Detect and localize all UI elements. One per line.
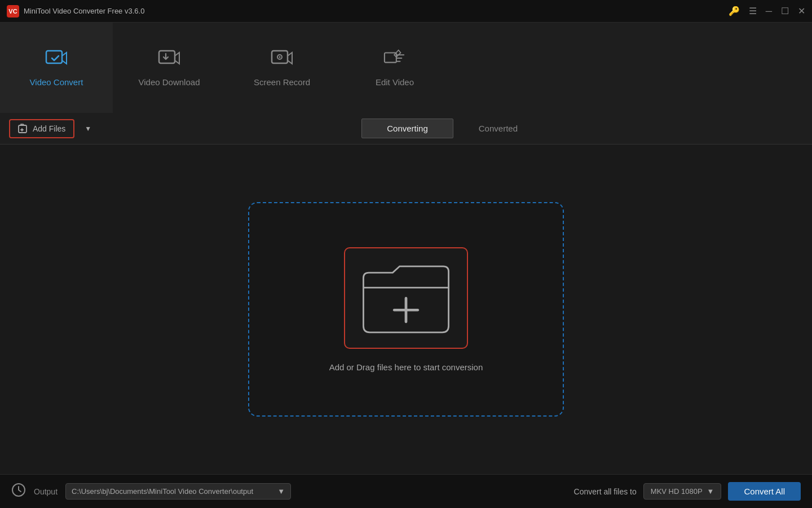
tab-screen-record[interactable]: Screen Record xyxy=(226,23,338,113)
output-label: Output xyxy=(34,487,58,496)
format-selector[interactable]: MKV HD 1080P ▼ xyxy=(643,483,722,500)
format-dropdown-arrow: ▼ xyxy=(707,487,714,496)
tab-screen-record-label: Screen Record xyxy=(254,77,310,87)
edit-video-icon xyxy=(383,48,406,72)
menu-icon[interactable]: ☰ xyxy=(749,6,757,16)
close-button[interactable]: ✕ xyxy=(798,6,805,16)
output-path-dropdown-arrow: ▼ xyxy=(277,487,285,496)
drop-hint-text: Add or Drag files here to start conversi… xyxy=(329,362,483,372)
svg-rect-6 xyxy=(19,125,27,133)
sub-tabs: Converting Converted xyxy=(361,119,543,138)
tab-video-convert[interactable]: Video Convert xyxy=(0,23,113,113)
titlebar-controls: 🔑 ☰ ─ ☐ ✕ xyxy=(729,6,805,16)
convert-all-files-label: Convert all files to xyxy=(574,487,637,496)
footer: Output C:\Users\bj\Documents\MiniTool Vi… xyxy=(0,474,812,508)
clock-icon[interactable] xyxy=(11,483,26,501)
tab-converted[interactable]: Converted xyxy=(453,119,543,138)
output-path-text: C:\Users\bj\Documents\MiniTool Video Con… xyxy=(72,487,253,496)
main-content: Add or Drag files here to start conversi… xyxy=(0,144,812,474)
maximize-button[interactable]: ☐ xyxy=(781,6,789,16)
tab-video-convert-label: Video Convert xyxy=(30,77,83,87)
video-convert-icon xyxy=(45,48,68,72)
folder-icon-container xyxy=(344,247,468,349)
format-label: MKV HD 1080P xyxy=(651,487,703,496)
convert-all-button[interactable]: Convert All xyxy=(728,482,801,501)
tab-converting[interactable]: Converting xyxy=(361,119,453,138)
minimize-button[interactable]: ─ xyxy=(766,6,772,16)
drop-zone[interactable]: Add or Drag files here to start conversi… xyxy=(248,202,564,417)
titlebar-left: VC MiniTool Video Converter Free v3.6.0 xyxy=(7,5,144,17)
add-files-icon xyxy=(18,124,28,134)
add-files-dropdown[interactable]: ▼ xyxy=(81,122,95,135)
tab-edit-video[interactable]: Edit Video xyxy=(338,23,451,113)
add-files-label: Add Files xyxy=(33,124,65,133)
titlebar: VC MiniTool Video Converter Free v3.6.0 … xyxy=(0,0,812,23)
tab-video-download[interactable]: Video Download xyxy=(113,23,226,113)
tab-video-download-label: Video Download xyxy=(139,77,200,87)
toolbar: Add Files ▼ Converting Converted xyxy=(0,113,812,144)
svg-rect-0 xyxy=(46,51,62,63)
add-files-button[interactable]: Add Files xyxy=(9,119,74,138)
tab-edit-video-label: Edit Video xyxy=(376,77,414,87)
svg-point-4 xyxy=(279,56,281,58)
output-path-selector[interactable]: C:\Users\bj\Documents\MiniTool Video Con… xyxy=(65,483,291,500)
key-icon[interactable]: 🔑 xyxy=(729,6,740,16)
app-logo: VC xyxy=(7,5,19,17)
screen-record-icon xyxy=(271,48,293,72)
footer-right: Convert all files to MKV HD 1080P ▼ Conv… xyxy=(574,482,801,501)
video-download-icon xyxy=(158,48,180,72)
svg-rect-1 xyxy=(159,51,175,63)
nav-tabs: Video Convert Video Download Screen Reco… xyxy=(0,23,812,113)
app-title: MiniTool Video Converter Free v3.6.0 xyxy=(24,7,144,15)
folder-add-icon xyxy=(358,256,454,340)
